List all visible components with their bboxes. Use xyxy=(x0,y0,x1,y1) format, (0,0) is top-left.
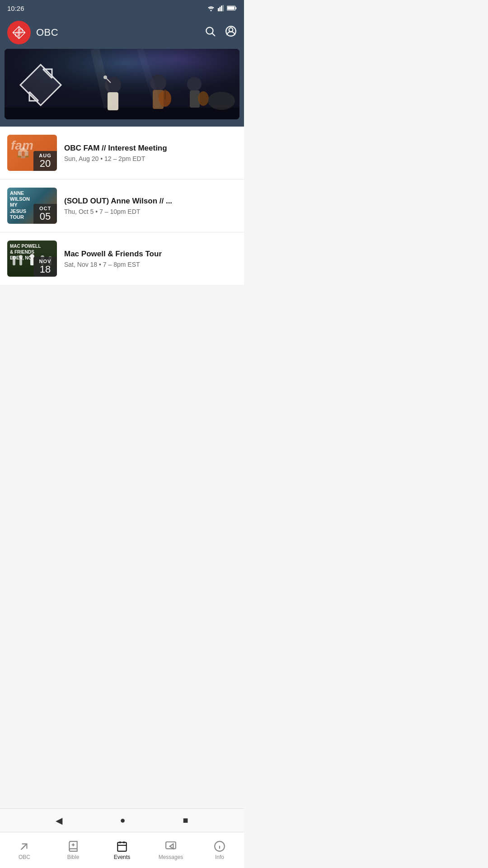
event-thumb-3: MAC POWELL& FRIENDSEDEN, NC xyxy=(7,241,57,277)
svg-line-13 xyxy=(212,33,215,36)
wifi-icon xyxy=(207,5,215,11)
event-datetime-1: Sun, Aug 20 • 12 – 2pm EDT xyxy=(64,155,237,162)
svg-marker-11 xyxy=(16,28,23,37)
date-badge-1: AUG 20 xyxy=(33,151,57,171)
date-badge-3: NOV 18 xyxy=(33,257,57,277)
event-thumb-2: ANNEWILSONMYJESUSTOUR OCT 05 xyxy=(7,188,57,224)
events-list: 🏠 fam AUG 20 OBC FAM // Interest Meeting… xyxy=(0,127,244,285)
event-item-1[interactable]: 🏠 fam AUG 20 OBC FAM // Interest Meeting… xyxy=(0,127,244,179)
event-month-1: AUG xyxy=(37,153,53,158)
event-day-1: 20 xyxy=(37,158,53,169)
event-datetime-3: Sat, Nov 18 • 7 – 8pm EST xyxy=(64,261,237,268)
account-icon[interactable] xyxy=(225,25,237,40)
events-container: 🏠 fam AUG 20 OBC FAM // Interest Meeting… xyxy=(0,127,244,348)
event-month-2: OCT xyxy=(37,206,53,211)
date-badge-2: OCT 05 xyxy=(33,204,57,224)
svg-point-38 xyxy=(12,256,16,259)
signal-icon xyxy=(218,5,224,11)
svg-rect-27 xyxy=(164,90,166,99)
svg-rect-1 xyxy=(218,8,219,11)
event-info-2: (SOLD OUT) Anne Wilson // ... Thu, Oct 5… xyxy=(64,196,237,215)
event-title-3: Mac Powell & Friends Tour xyxy=(64,249,237,259)
app-logo[interactable] xyxy=(7,21,31,44)
svg-rect-6 xyxy=(235,7,236,9)
header-title: OBC xyxy=(36,27,58,38)
event-day-3: 18 xyxy=(37,264,53,275)
concert-scene xyxy=(5,49,239,119)
event-title-2: (SOLD OUT) Anne Wilson // ... xyxy=(64,196,237,206)
svg-point-40 xyxy=(19,255,23,259)
svg-point-30 xyxy=(198,91,209,106)
event-title-1: OBC FAM // Interest Meeting xyxy=(64,143,237,153)
svg-rect-3 xyxy=(221,5,222,11)
event-month-3: NOV xyxy=(37,259,53,264)
status-bar: 10:26 xyxy=(0,0,244,16)
obc-logo-svg xyxy=(12,26,26,39)
svg-rect-7 xyxy=(227,6,235,9)
fam-label: fam xyxy=(11,138,33,153)
status-time: 10:26 xyxy=(7,5,24,12)
svg-point-12 xyxy=(206,27,213,34)
svg-point-31 xyxy=(208,92,235,110)
header-left: OBC xyxy=(7,21,58,44)
event-info-3: Mac Powell & Friends Tour Sat, Nov 18 • … xyxy=(64,249,237,268)
event-item-2[interactable]: ANNEWILSONMYJESUSTOUR OCT 05 (SOLD OUT) … xyxy=(0,179,244,232)
event-datetime-2: Thu, Oct 5 • 7 – 10pm EDT xyxy=(64,208,237,215)
event-item-3[interactable]: MAC POWELL& FRIENDSEDEN, NC xyxy=(0,232,244,285)
event-thumb-1: 🏠 fam AUG 20 xyxy=(7,135,57,171)
svg-point-0 xyxy=(211,10,212,11)
status-icons xyxy=(207,5,237,11)
search-icon[interactable] xyxy=(204,25,216,40)
header-actions xyxy=(204,25,237,40)
svg-point-15 xyxy=(229,28,233,32)
svg-rect-4 xyxy=(223,5,224,11)
svg-rect-2 xyxy=(220,7,221,11)
svg-rect-39 xyxy=(13,259,15,265)
hero-container xyxy=(0,49,244,127)
app-header: OBC xyxy=(0,16,244,49)
event-info-1: OBC FAM // Interest Meeting Sun, Aug 20 … xyxy=(64,143,237,162)
event-day-2: 05 xyxy=(37,211,53,222)
battery-icon xyxy=(227,5,237,11)
svg-rect-19 xyxy=(5,108,239,119)
svg-rect-41 xyxy=(19,258,22,265)
hero-image[interactable] xyxy=(5,49,239,119)
svg-point-28 xyxy=(187,77,202,91)
